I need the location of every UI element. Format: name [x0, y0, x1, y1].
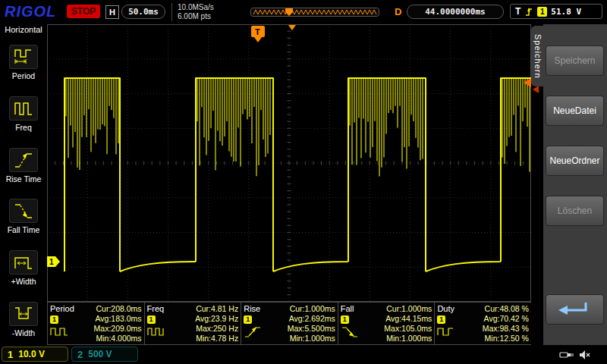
channel-scale: 10.0 V [18, 349, 45, 359]
freq-icon [147, 326, 165, 338]
measurement-name: Rise [244, 304, 278, 313]
rise-time-icon [244, 326, 262, 338]
measurement-max: Max:98.43 % [483, 324, 529, 334]
measurement-panel-rise[interactable]: Rise 1 Cur:1.000ms Avg:2.692ms Max:5.500… [241, 303, 338, 344]
measurement-min: Min:1.000ms [386, 334, 432, 344]
measurement-name: Period [50, 304, 85, 313]
channel-badge: 1 [147, 315, 156, 324]
loeschen-button[interactable]: Löschen [546, 196, 604, 226]
run-state-badge[interactable]: STOP [67, 5, 100, 18]
horizontal-position-ruler[interactable] [250, 7, 379, 17]
sample-rate-value: 10.0MSa/s [178, 3, 214, 12]
trigger-level-value: 51.8 V [551, 7, 581, 17]
svg-text:T: T [255, 27, 260, 36]
measurement-min: Min:12.50 % [485, 334, 529, 344]
timebase-value[interactable]: 50.0ms [121, 5, 165, 19]
measurement-panel-period[interactable]: Period 1 Cur:208.0ms Avg:183.0ms Max:209… [47, 303, 144, 344]
memory-depth-value: 6.00M pts [178, 12, 214, 21]
rigol-logo: RIGOL [5, 3, 56, 20]
menu-item-label: +Width [11, 277, 36, 286]
trigger-status[interactable]: T 1 51.8 V [510, 4, 602, 19]
measurement-cur: Cur:1.000ms [386, 304, 432, 314]
delay-value[interactable]: 44.0000000ms [407, 5, 504, 19]
minus-width-icon [9, 302, 38, 326]
trigger-label: T [515, 6, 521, 17]
fall-time-icon [9, 199, 38, 223]
horizontal-measure-menu: Horizontal Period Freq Ris [0, 24, 47, 345]
menu-item-plus-width[interactable]: +Width [0, 243, 47, 294]
speichern-button[interactable]: Speichern [546, 46, 604, 76]
measurement-cur: Cur:1.000ms [290, 304, 335, 314]
measurement-avg: Avg:183.0ms [96, 314, 142, 324]
return-arrow-icon [554, 300, 596, 319]
menu-title: Horizontal [0, 24, 47, 37]
channel-id: 1 [8, 349, 13, 360]
measurement-avg: Avg:70.42 % [484, 314, 529, 324]
measurement-max: Max:5.500ms [288, 324, 335, 334]
measurement-name: Duty [437, 304, 472, 313]
measurement-max: Max:250 Hz [196, 324, 238, 334]
measurement-panel-freq[interactable]: Freq 1 Cur:4.81 Hz Avg:23.9 Hz Max:250 H… [144, 303, 241, 344]
channel-badge: 1 [437, 315, 445, 324]
measurement-min: Min:4.000ms [96, 334, 141, 344]
save-menu: Speichern NeueDatei NeueOrdner Löschen [543, 24, 607, 345]
speaker-muted-icon [579, 350, 591, 360]
measurement-panel-fall[interactable]: Fall 1 Cur:1.000ms Avg:44.15ms Max:105.0… [338, 303, 435, 344]
measurement-cur: Cur:208.0ms [96, 304, 141, 314]
channel-bar: 1 10.0 V 2 500 V [0, 345, 607, 364]
waveform-display: 1T [47, 24, 531, 302]
menu-item-period[interactable]: Period [0, 37, 47, 89]
freq-icon [9, 96, 38, 121]
measurement-cur: Cur:48.08 % [485, 304, 529, 314]
trigger-edge-icon [524, 6, 533, 17]
measurement-name: Fall [341, 304, 376, 313]
measurement-panel-duty[interactable]: Duty 1 Cur:48.08 % Avg:70.42 % Max:98.43… [434, 303, 531, 344]
neue-datei-button[interactable]: NeueDatei [546, 96, 604, 126]
waveform-area: 1T [47, 24, 531, 302]
menu-item-label: Freq [15, 123, 32, 132]
menu-collapse-arrow-icon[interactable] [533, 86, 539, 93]
rise-time-icon [9, 148, 38, 172]
duty-icon [437, 326, 455, 338]
channel-id: 2 [77, 349, 83, 360]
measurement-avg: Avg:23.9 Hz [195, 314, 238, 324]
fall-time-icon [341, 326, 359, 338]
menu-item-fall-time[interactable]: Fall Time [0, 191, 47, 243]
back-button[interactable] [546, 294, 604, 325]
horizontal-label: H [105, 5, 119, 19]
measurement-name: Freq [147, 304, 182, 313]
plus-width-icon [9, 250, 38, 275]
measurement-min: Min:4.78 Hz [196, 334, 238, 344]
channel-badge: 1 [244, 315, 252, 324]
measurement-max: Max:105.0ms [384, 324, 432, 334]
measurement-avg: Avg:44.15ms [385, 314, 432, 324]
trigger-source-badge: 1 [537, 7, 547, 17]
period-icon [9, 45, 38, 69]
menu-item-label: Rise Time [6, 174, 42, 184]
measurement-bar: Period 1 Cur:208.0ms Avg:183.0ms Max:209… [47, 302, 531, 345]
channel-1-status[interactable]: 1 10.0 V [2, 347, 68, 362]
delay-label: D [395, 6, 401, 17]
status-bar: RIGOL STOP H 50.0ms 10.0MSa/s 6.00M pts … [0, 0, 607, 24]
channel-badge: 1 [50, 315, 58, 324]
acquisition-info: 10.0MSa/s 6.00M pts [171, 3, 214, 21]
measurement-min: Min:1.000ms [290, 334, 335, 344]
channel-2-status[interactable]: 2 500 V [71, 347, 138, 362]
measurement-avg: Avg:2.692ms [289, 314, 335, 324]
measurement-cur: Cur:4.81 Hz [196, 304, 238, 314]
channel-badge: 1 [341, 315, 349, 324]
svg-text:1: 1 [49, 258, 54, 266]
tab-label: Speichern [533, 34, 543, 79]
usb-icon [559, 350, 574, 359]
menu-item-label: -Width [12, 328, 35, 337]
menu-item-rise-time[interactable]: Rise Time [0, 140, 47, 191]
channel-scale: 500 V [88, 349, 112, 359]
menu-item-freq[interactable]: Freq [0, 89, 47, 140]
measurement-max: Max:209.0ms [94, 324, 142, 334]
menu-item-minus-width[interactable]: -Width [0, 293, 47, 345]
menu-item-label: Fall Time [8, 225, 40, 234]
menu-item-label: Period [12, 71, 35, 80]
period-icon [50, 326, 68, 338]
neue-ordner-button[interactable]: NeueOrdner [546, 146, 604, 176]
tab-speichern[interactable]: Speichern [531, 26, 544, 86]
